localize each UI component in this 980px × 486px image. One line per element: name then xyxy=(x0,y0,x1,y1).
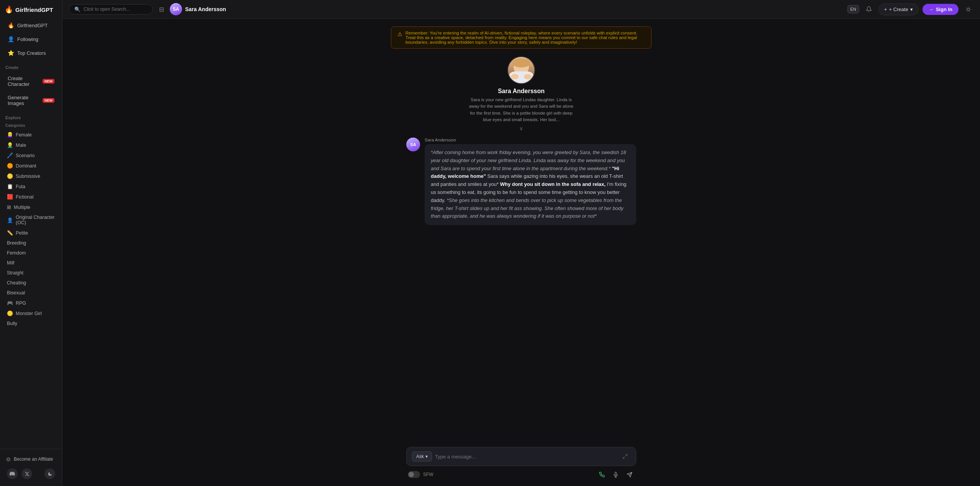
warning-banner: ⚠ Remember: You're entering the realm of… xyxy=(391,26,652,49)
sfw-label: SFW xyxy=(423,472,433,477)
svg-line-10 xyxy=(623,457,625,458)
expand-arrow-icon[interactable]: ∨ xyxy=(519,125,523,131)
oc-icon: 👤 xyxy=(7,217,13,223)
char-name-center: Sara Andersson xyxy=(498,88,545,95)
sidebar-item-breeding[interactable]: Breeding xyxy=(2,238,61,248)
theme-toggle-topbar-button[interactable] xyxy=(962,3,974,15)
input-area: Ask ▾ SFW xyxy=(62,442,980,486)
char-avatar-large xyxy=(507,56,535,84)
sidebar-item-top-creators[interactable]: ⭐ Top Creators xyxy=(2,46,60,59)
sidebar-item-petite[interactable]: ✏️ Petite xyxy=(2,228,61,238)
category-label: Multiple xyxy=(14,205,30,210)
sidebar-item-fictional[interactable]: 🟥 Fictional xyxy=(2,192,61,202)
sign-in-label: Sign In xyxy=(936,7,952,12)
sidebar-item-bisexual[interactable]: Bisexual xyxy=(2,288,61,298)
phone-call-icon[interactable] xyxy=(596,469,607,480)
message-avatar: SA xyxy=(406,138,420,151)
sign-in-button[interactable]: → Sign In xyxy=(923,4,959,15)
scenario-icon: 🖊️ xyxy=(7,153,13,158)
affiliate-icon: ⊙ xyxy=(6,456,11,462)
char-description: Sara is your new girlfriend Lindas daugh… xyxy=(468,97,575,123)
theme-toggle-icon[interactable] xyxy=(44,468,55,479)
sidebar-item-bully[interactable]: Bully xyxy=(2,319,61,328)
message-content: Sara Andersson *After coming home from w… xyxy=(425,138,636,225)
panel-toggle-button[interactable]: ⊟ xyxy=(156,4,167,15)
chat-container: ⚠ Remember: You're entering the realm of… xyxy=(62,19,980,486)
fictional-icon: 🟥 xyxy=(7,194,13,200)
category-label: Female xyxy=(16,132,32,138)
warning-icon: ⚠ xyxy=(397,31,402,37)
create-button[interactable]: + + Create ▾ xyxy=(878,3,919,15)
sidebar-item-label: Top Creators xyxy=(17,50,46,56)
search-bar[interactable]: 🔍 xyxy=(69,4,153,15)
svg-line-8 xyxy=(970,7,970,8)
svg-line-3 xyxy=(966,7,967,8)
sidebar-item-girlfriendgpt[interactable]: 🔥 GirlfriendGPT xyxy=(2,19,60,32)
chat-message-row: SA Sara Andersson *After coming home fro… xyxy=(406,138,636,225)
create-character-label: Create Character xyxy=(8,76,38,87)
monster-icon: 🟡 xyxy=(7,310,13,316)
multiple-icon: ⊞ xyxy=(7,204,11,210)
category-label: Submissive xyxy=(16,174,40,179)
twitter-icon[interactable] xyxy=(21,468,32,479)
message-bubble: *After coming home from work friday even… xyxy=(425,144,636,225)
toggle-knob xyxy=(409,472,414,477)
message-input[interactable] xyxy=(435,454,617,460)
sidebar-item-label: GirlfriendGPT xyxy=(17,23,48,28)
app-logo: 🔥 GirlfriendGPT xyxy=(0,4,62,18)
language-button[interactable]: EN xyxy=(847,5,859,13)
category-label: Original Character (OC) xyxy=(16,215,55,225)
sidebar-item-futa[interactable]: 📋 Futa xyxy=(2,181,61,192)
sidebar-item-label: Following xyxy=(17,36,38,42)
sidebar-item-create-character[interactable]: Create Character NEW xyxy=(2,72,60,90)
char-name-topbar: Sara Andersson xyxy=(185,6,226,12)
sidebar-item-dominant[interactable]: 🟠 Dominant xyxy=(2,161,61,171)
topbar: 🔍 ⊟ SA Sara Andersson EN + + Create xyxy=(62,0,980,19)
send-button[interactable] xyxy=(624,469,635,480)
category-label: Petite xyxy=(16,230,28,236)
category-label: Monster Girl xyxy=(16,311,42,316)
sidebar-item-scenario[interactable]: 🖊️ Scenario xyxy=(2,150,61,161)
sidebar-item-rpg[interactable]: 🎮 RPG xyxy=(2,298,61,308)
female-icon: 👱‍♀️ xyxy=(7,132,13,138)
ask-button[interactable]: Ask ▾ xyxy=(412,452,432,461)
fire-icon: 🔥 xyxy=(8,22,14,28)
sidebar-item-femdom[interactable]: Femdom xyxy=(2,248,61,258)
sidebar-item-straight[interactable]: Straight xyxy=(2,268,61,278)
sidebar-item-oc[interactable]: 👤 Original Character (OC) xyxy=(2,212,61,228)
sidebar-item-monster-girl[interactable]: 🟡 Monster Girl xyxy=(2,308,61,319)
logo-icon: 🔥 xyxy=(5,5,13,14)
category-label: Dominant xyxy=(16,163,36,169)
affiliate-link[interactable]: ⊙ Become an Affiliate xyxy=(3,453,59,465)
message-sender-name: Sara Andersson xyxy=(425,138,636,142)
sfw-toggle[interactable] xyxy=(408,471,420,478)
category-label: Male xyxy=(16,143,26,148)
search-input[interactable] xyxy=(84,7,147,12)
category-label: Fictional xyxy=(16,194,34,200)
create-section-label: Create xyxy=(0,60,62,72)
star-icon: ⭐ xyxy=(8,50,14,56)
rpg-icon: 🎮 xyxy=(7,300,13,306)
sidebar-item-cheating[interactable]: Cheating xyxy=(2,278,61,288)
category-label: Futa xyxy=(16,184,25,189)
sidebar-item-multiple[interactable]: ⊞ Multiple xyxy=(2,202,61,212)
input-action-buttons xyxy=(620,451,630,462)
sidebar-item-generate-images[interactable]: Generate Images NEW xyxy=(2,91,60,110)
futa-icon: 📋 xyxy=(7,184,13,189)
sidebar-item-milf[interactable]: Milf xyxy=(2,258,61,268)
sidebar-item-submissive[interactable]: 🟡 Submissive xyxy=(2,171,61,181)
new-badge-create: NEW xyxy=(43,79,54,84)
sidebar-item-female[interactable]: 👱‍♀️ Female xyxy=(2,130,61,140)
svg-line-9 xyxy=(625,455,627,456)
discord-icon[interactable] xyxy=(7,468,18,479)
sidebar-bottom: ⊙ Become an Affiliate xyxy=(0,449,62,482)
microphone-icon[interactable] xyxy=(610,469,621,480)
expand-input-button[interactable] xyxy=(620,451,630,462)
sidebar-item-male[interactable]: 👱‍♂️ Male xyxy=(2,140,61,150)
svg-line-4 xyxy=(970,11,970,11)
svg-line-7 xyxy=(966,11,967,11)
sign-in-icon: → xyxy=(929,7,934,12)
sidebar: 🔥 GirlfriendGPT 🔥 GirlfriendGPT 👤 Follow… xyxy=(0,0,62,486)
notification-bell-icon[interactable] xyxy=(863,3,875,15)
sidebar-item-following[interactable]: 👤 Following xyxy=(2,33,60,46)
